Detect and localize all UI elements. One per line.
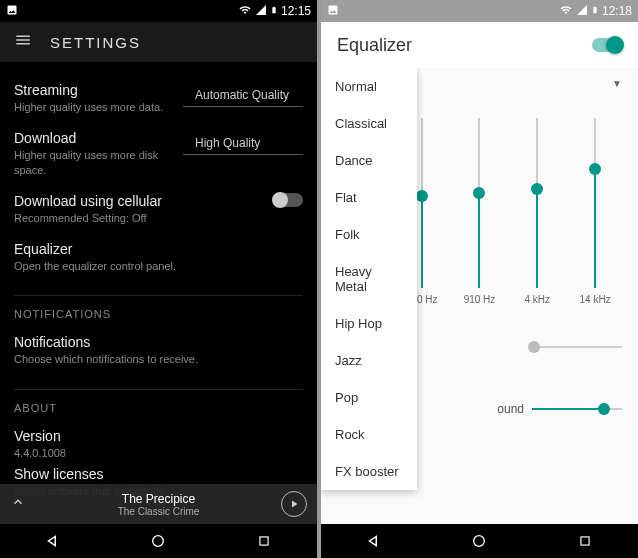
hamburger-icon[interactable] <box>14 31 32 53</box>
setting-subtitle: Choose which notifications to receive. <box>14 352 303 366</box>
svg-rect-3 <box>581 537 589 545</box>
preset-item[interactable]: Flat <box>321 179 417 216</box>
section-header-about: ABOUT <box>14 389 303 414</box>
signal-icon <box>255 4 267 19</box>
back-button[interactable] <box>364 531 384 551</box>
nav-bar <box>0 524 317 558</box>
play-button[interactable] <box>281 491 307 517</box>
settings-screen: 12:15 SETTINGS Streaming Higher quality … <box>0 0 317 558</box>
bass-boost-row[interactable]: ound <box>497 402 622 416</box>
switch-off[interactable] <box>273 193 303 207</box>
wifi-icon <box>559 4 573 19</box>
setting-title: Download using cellular <box>14 193 273 209</box>
back-button[interactable] <box>43 531 63 551</box>
setting-notifications[interactable]: Notifications Choose which notifications… <box>14 326 303 374</box>
freq-label: 4 kHz <box>525 294 551 305</box>
preset-item[interactable]: Dance <box>321 142 417 179</box>
setting-title: Show licenses <box>14 466 303 482</box>
preset-item[interactable]: Classical <box>321 105 417 142</box>
preset-item[interactable]: Rock <box>321 416 417 453</box>
setting-subtitle: Recommended Setting: Off <box>14 211 273 225</box>
setting-title: Version <box>14 428 303 444</box>
settings-content: Streaming Higher quality uses more data.… <box>0 62 317 524</box>
status-bar: 12:18 <box>321 0 638 22</box>
battery-icon <box>591 4 599 19</box>
setting-value[interactable]: High Quality <box>183 130 303 155</box>
app-title: Equalizer <box>337 35 412 56</box>
recent-button[interactable] <box>254 531 274 551</box>
eq-band[interactable]: 14 kHz <box>574 118 616 328</box>
signal-icon <box>576 4 588 19</box>
setting-subtitle: Higher quality uses more data. <box>14 100 183 114</box>
recent-button[interactable] <box>575 531 595 551</box>
setting-subtitle: 4.4.0.1008 <box>14 446 303 460</box>
setting-download[interactable]: Download Higher quality uses more disk s… <box>14 122 303 185</box>
equalizer-screen: 12:18 Equalizer ▼ 60 Hz230 Hz910 Hz4 kHz… <box>321 0 638 558</box>
setting-version: Version 4.4.0.1008 <box>14 420 303 462</box>
now-playing-text: The Precipice The Classic Crime <box>36 492 281 517</box>
preset-item[interactable]: Normal <box>321 68 417 105</box>
equalizer-app-bar: Equalizer <box>321 22 638 68</box>
status-time: 12:15 <box>281 4 311 18</box>
bass-label: ound <box>497 402 524 416</box>
freq-label: 910 Hz <box>464 294 496 305</box>
preset-item[interactable]: Folk <box>321 216 417 253</box>
preset-item[interactable]: Heavy Metal <box>321 253 417 305</box>
preset-item[interactable]: Hip Hop <box>321 305 417 342</box>
track-title: The Precipice <box>36 492 281 506</box>
app-title: SETTINGS <box>50 34 141 51</box>
preset-item[interactable]: Pop <box>321 379 417 416</box>
eq-band[interactable]: 4 kHz <box>516 118 558 328</box>
wifi-icon <box>238 4 252 19</box>
preset-dropdown: NormalClassicalDanceFlatFolkHeavy MetalH… <box>321 68 417 490</box>
chevron-up-icon[interactable] <box>10 494 26 514</box>
setting-cellular[interactable]: Download using cellular Recommended Sett… <box>14 185 303 233</box>
equalizer-content: ▼ 60 Hz230 Hz910 Hz4 kHz14 kHz ound Norm… <box>321 68 638 524</box>
setting-streaming[interactable]: Streaming Higher quality uses more data.… <box>14 74 303 122</box>
preset-item[interactable]: FX booster <box>321 453 417 490</box>
setting-value[interactable]: Automatic Quality <box>183 82 303 107</box>
home-button[interactable] <box>469 531 489 551</box>
svg-rect-1 <box>260 537 268 545</box>
setting-title: Streaming <box>14 82 183 98</box>
setting-title: Download <box>14 130 183 146</box>
now-playing-bar[interactable]: The Precipice The Classic Crime <box>0 484 317 524</box>
svg-point-2 <box>474 536 485 547</box>
status-time: 12:18 <box>602 4 632 18</box>
nav-bar <box>321 524 638 558</box>
dropdown-caret-icon[interactable]: ▼ <box>612 78 622 89</box>
home-button[interactable] <box>148 531 168 551</box>
track-artist: The Classic Crime <box>36 506 281 517</box>
battery-icon <box>270 4 278 19</box>
eq-band[interactable]: 910 Hz <box>458 118 500 328</box>
setting-subtitle: Open the equalizer control panel. <box>14 259 303 273</box>
setting-subtitle: Higher quality uses more disk space. <box>14 148 183 177</box>
picture-icon <box>6 4 18 19</box>
app-bar: SETTINGS <box>0 22 317 62</box>
status-bar: 12:15 <box>0 0 317 22</box>
svg-point-0 <box>153 536 164 547</box>
setting-equalizer[interactable]: Equalizer Open the equalizer control pan… <box>14 233 303 281</box>
section-header-notifications: NOTIFICATIONS <box>14 295 303 320</box>
preset-item[interactable]: Jazz <box>321 342 417 379</box>
setting-title: Notifications <box>14 334 303 350</box>
freq-label: 14 kHz <box>580 294 611 305</box>
picture-icon <box>327 4 339 19</box>
equalizer-toggle[interactable] <box>592 38 622 52</box>
setting-title: Equalizer <box>14 241 303 257</box>
virtualizer-slider[interactable] <box>532 346 622 348</box>
